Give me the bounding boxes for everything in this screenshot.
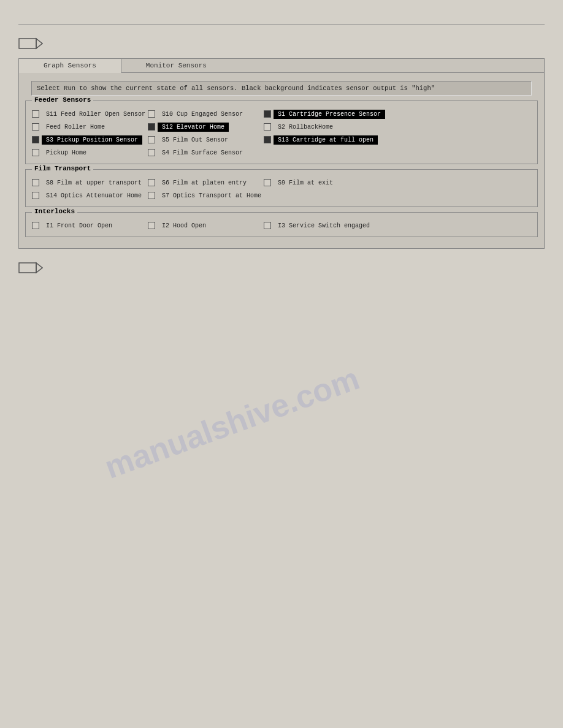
- sensor-s6-label: S6 Film at platen entry: [158, 178, 251, 188]
- sensor-feed-roller-home-checkbox[interactable]: [32, 123, 39, 131]
- group-film-transport: Film Transport S8 Film at upper transpor…: [25, 169, 538, 207]
- sensor-feed-roller-home-label: Feed Roller Home: [42, 123, 109, 132]
- film-row-1: S8 Film at upper transport S6 Film at pl…: [32, 178, 531, 188]
- sensor-s14-checkbox[interactable]: [32, 192, 39, 199]
- sensor-pickup-home-checkbox[interactable]: [32, 149, 39, 156]
- sensor-i3-label: I3 Service Switch engaged: [274, 221, 374, 230]
- sensor-s10-label: S10 Cup Engaged Sensor: [158, 110, 247, 119]
- interlocks-row-1: I1 Front Door Open I2 Hood Open I3 Servi…: [32, 221, 531, 230]
- tab-monitor-sensors[interactable]: Monitor Sensors: [121, 59, 544, 72]
- feeder-row-2: Feed Roller Home S12 Elevator Home S2 Ro…: [32, 123, 531, 132]
- sensor-s5-checkbox[interactable]: [148, 136, 155, 143]
- feeder-row-4: Pickup Home S4 Film Surface Sensor: [32, 148, 531, 157]
- status-bar: Select Run to show the current state of …: [31, 81, 532, 96]
- sensor-pickup-home: Pickup Home: [32, 148, 145, 157]
- sensor-feed-roller-home: Feed Roller Home: [32, 123, 145, 132]
- tab-graph-sensors[interactable]: Graph Sensors: [19, 59, 121, 74]
- sensor-s11: S11 Feed Roller Open Sensor: [32, 110, 145, 119]
- bottom-arrow-container: [18, 261, 545, 276]
- sensor-s11-checkbox[interactable]: [32, 110, 39, 118]
- sensor-s11-label: S11 Feed Roller Open Sensor: [42, 110, 150, 119]
- sensor-s4: S4 Film Surface Sensor: [148, 148, 261, 157]
- group-feeder-sensors: Feeder Sensors S11 Feed Roller Open Sens…: [25, 100, 538, 164]
- group-interlocks: Interlocks I1 Front Door Open I2 Hood Op…: [25, 212, 538, 237]
- svg-marker-1: [36, 39, 42, 48]
- feeder-row-3: S3 Pickup Position Sensor S5 Film Out Se…: [32, 135, 531, 145]
- sensor-s2: S2 RollbackHome: [264, 123, 377, 132]
- sensor-s8: S8 Film at upper transport: [32, 178, 145, 188]
- sensor-i1-checkbox[interactable]: [32, 222, 39, 229]
- sensor-i1-label: I1 Front Door Open: [42, 221, 117, 230]
- sensor-s8-label: S8 Film at upper transport: [42, 178, 146, 188]
- sensor-s3: S3 Pickup Position Sensor: [32, 135, 145, 145]
- sensor-s5: S5 Film Out Sensor: [148, 135, 261, 145]
- sensor-s8-checkbox[interactable]: [32, 179, 39, 186]
- sensor-s9-label: S9 Film at exit: [274, 178, 337, 188]
- page-wrapper: Graph Sensors Monitor Sensors Select Run…: [0, 25, 563, 728]
- sensor-i2: I2 Hood Open: [148, 221, 261, 230]
- sensor-s10-checkbox[interactable]: [148, 110, 155, 118]
- sensor-s12: S12 Elevator Home: [148, 123, 261, 132]
- sensor-s13-checkbox[interactable]: [264, 136, 271, 143]
- sensor-i3: I3 Service Switch engaged: [264, 221, 377, 230]
- sensor-s7-label: S7 Optics Transport at Home: [158, 191, 266, 200]
- sensor-pickup-home-label: Pickup Home: [42, 148, 91, 157]
- watermark: manualshive.com: [100, 360, 364, 486]
- sensor-s3-checkbox[interactable]: [32, 136, 39, 143]
- sensor-i3-checkbox[interactable]: [264, 222, 271, 229]
- top-arrow-container: [18, 37, 545, 52]
- sensor-s6: S6 Film at platen entry: [148, 178, 261, 188]
- sensor-s5-label: S5 Film Out Sensor: [158, 135, 232, 145]
- film-row-2: S14 Optics Attenuator Home S7 Optics Tra…: [32, 191, 531, 200]
- feeder-row-1: S11 Feed Roller Open Sensor S10 Cup Enga…: [32, 110, 531, 119]
- svg-marker-3: [36, 263, 42, 273]
- sensor-s2-checkbox[interactable]: [264, 123, 271, 131]
- panel-content: Select Run to show the current state of …: [19, 73, 544, 248]
- sensor-s1-label: S1 Cartridge Presence Sensor: [274, 110, 385, 119]
- sensor-s6-checkbox[interactable]: [148, 179, 155, 186]
- sensor-s2-label: S2 RollbackHome: [274, 123, 337, 132]
- sensor-s12-checkbox[interactable]: [148, 123, 155, 131]
- sensor-s4-label: S4 Film Surface Sensor: [158, 148, 247, 157]
- svg-rect-0: [19, 39, 36, 48]
- sensor-s12-label: S12 Elevator Home: [158, 123, 229, 132]
- sensor-s13: S13 Cartridge at full open: [264, 135, 377, 145]
- sensor-i2-checkbox[interactable]: [148, 222, 155, 229]
- sensor-s1: S1 Cartridge Presence Sensor: [264, 110, 377, 119]
- sensor-s14-label: S14 Optics Attenuator Home: [42, 191, 146, 200]
- sensor-s9: S9 Film at exit: [264, 178, 377, 188]
- sensor-s14: S14 Optics Attenuator Home: [32, 191, 145, 200]
- group-interlocks-legend: Interlocks: [32, 208, 77, 215]
- sensor-s7-checkbox[interactable]: [148, 192, 155, 199]
- group-feeder-legend: Feeder Sensors: [32, 96, 93, 104]
- bottom-arrow-icon: [18, 261, 43, 275]
- sensor-s3-label: S3 Pickup Position Sensor: [42, 135, 142, 145]
- main-panel: Graph Sensors Monitor Sensors Select Run…: [18, 58, 545, 249]
- sensor-s13-label: S13 Cartridge at full open: [274, 135, 378, 145]
- sensor-s9-checkbox[interactable]: [264, 179, 271, 186]
- group-film-transport-legend: Film Transport: [32, 165, 93, 172]
- sensor-i2-label: I2 Hood Open: [158, 221, 210, 230]
- tab-row: Graph Sensors Monitor Sensors: [19, 59, 544, 73]
- sensor-s10: S10 Cup Engaged Sensor: [148, 110, 261, 119]
- sensor-i1: I1 Front Door Open: [32, 221, 145, 230]
- sensor-s1-checkbox[interactable]: [264, 110, 271, 118]
- top-arrow-icon: [18, 37, 43, 50]
- sensor-s4-checkbox[interactable]: [148, 149, 155, 156]
- sensor-s7: S7 Optics Transport at Home: [148, 191, 261, 200]
- top-rule: [18, 25, 545, 26]
- svg-rect-2: [19, 263, 36, 273]
